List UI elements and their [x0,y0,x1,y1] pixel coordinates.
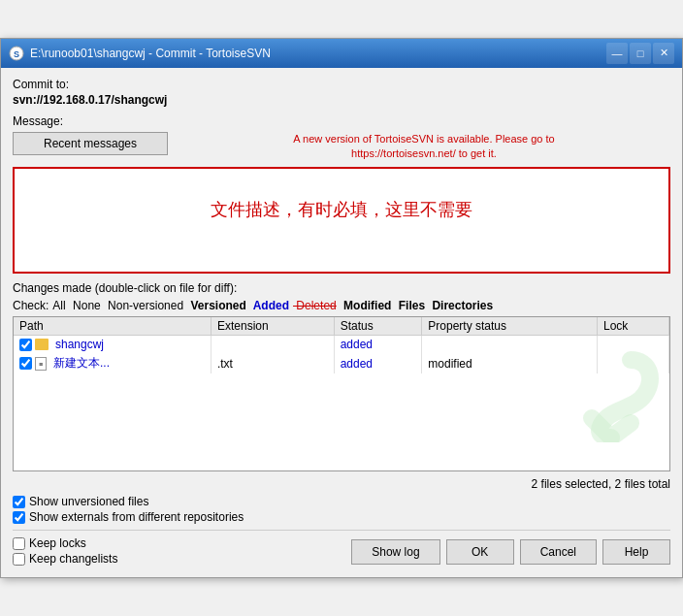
filter-deleted[interactable]: Deleted [293,299,337,312]
ok-button[interactable]: OK [446,539,514,565]
check-label: Check: [13,299,49,312]
cell-prop-1 [422,336,598,354]
show-unversioned-option: Show unversioned files [13,495,670,508]
filter-files[interactable]: Files [395,299,425,312]
col-path: Path [14,317,211,336]
path-text-1: shangcwj [55,338,104,351]
left-buttons: Keep locks Keep changelists [13,536,117,567]
col-lock: Lock [598,317,669,336]
cancel-button[interactable]: Cancel [520,539,597,565]
changes-label: Changes made (double-click on file for d… [13,281,670,295]
keep-locks-option: Keep locks [13,536,117,550]
title-bar: S E:\runoob01\shangcwj - Commit - Tortoi… [1,39,682,68]
main-window: S E:\runoob01\shangcwj - Commit - Tortoi… [0,38,683,579]
summary-row: 2 files selected, 2 files total [13,477,670,491]
table-row[interactable]: ≡ 新建文本... .txt added modified [14,353,669,373]
cell-ext-1 [211,336,334,354]
cell-ext-2: .txt [211,353,334,373]
row-checkbox-1[interactable] [19,339,32,351]
show-externals-option: Show externals from different repositori… [13,510,670,524]
col-extension: Extension [211,317,334,336]
title-controls: — □ ✕ [606,43,674,64]
maximize-button[interactable]: □ [630,43,651,64]
help-button[interactable]: Help [602,539,670,565]
cell-lock-2 [598,353,669,373]
update-notice: A new version of TortoiseSVN is availabl… [178,132,670,162]
cell-prop-2: modified [422,353,598,373]
filter-added[interactable]: Added [250,299,289,312]
cell-status-1: added [334,336,422,354]
filter-modified[interactable]: Modified [341,299,392,312]
show-externals-checkbox[interactable] [13,511,25,524]
window-title: E:\runoob01\shangcwj - Commit - Tortoise… [30,47,271,60]
filter-non-versioned[interactable]: Non-versioned [105,299,183,312]
show-externals-label: Show externals from different repositori… [29,510,244,524]
cell-path-1: shangcwj [14,336,211,354]
divider [13,530,670,531]
message-row: Recent messages A new version of Tortois… [13,132,670,162]
message-textarea[interactable]: 文件描述，有时必填，这里不需要 [15,169,668,272]
svg-text:S: S [14,49,19,59]
col-status: Status [334,317,422,336]
show-unversioned-label: Show unversioned files [29,495,148,508]
right-buttons: Show log OK Cancel Help [351,539,670,565]
close-button[interactable]: ✕ [653,43,674,64]
svn-icon: S [9,46,24,61]
minimize-button[interactable]: — [606,43,628,64]
keep-locks-label: Keep locks [29,536,86,550]
recent-messages-button[interactable]: Recent messages [13,132,168,155]
cell-path-2: ≡ 新建文本... [14,353,211,373]
show-log-button[interactable]: Show log [351,539,439,565]
keep-changelists-option: Keep changelists [13,552,117,566]
commit-to-label: Commit to: [13,78,670,91]
table-row[interactable]: shangcwj added [14,336,669,354]
cell-status-2: added [334,353,422,373]
txt-icon: ≡ [35,357,47,371]
folder-icon [35,339,49,350]
filter-versioned[interactable]: Versioned [187,299,246,312]
dialog-content: Commit to: svn://192.168.0.17/shangcwj M… [1,68,682,578]
row-checkbox-2[interactable] [19,357,32,370]
files-summary: 2 files selected, 2 files total [532,477,670,491]
path-text-2: 新建文本... [53,355,110,372]
commit-url: svn://192.168.0.17/shangcwj [13,93,670,107]
message-label: Message: [13,114,670,128]
buttons-row: Keep locks Keep changelists Show log OK … [13,536,670,567]
keep-locks-checkbox[interactable] [13,537,25,550]
keep-changelists-label: Keep changelists [29,552,117,566]
show-unversioned-checkbox[interactable] [13,496,25,508]
col-property-status: Property status [422,317,598,336]
file-table: Path Extension Status Property status Lo… [14,317,669,373]
message-textarea-container: 文件描述，有时必填，这里不需要 [13,167,670,274]
options-row: 2 files selected, 2 files total Show unv… [13,477,670,524]
keep-changelists-checkbox[interactable] [13,553,25,566]
title-bar-left: S E:\runoob01\shangcwj - Commit - Tortoi… [9,46,271,61]
check-filter-row: Check: All None Non-versioned Versioned … [13,299,670,312]
file-table-wrapper: Path Extension Status Property status Lo… [13,316,670,471]
cell-lock-1 [598,336,669,354]
filter-all[interactable]: All [52,299,65,312]
filter-none[interactable]: None [70,299,101,312]
filter-directories[interactable]: Directories [429,299,493,312]
